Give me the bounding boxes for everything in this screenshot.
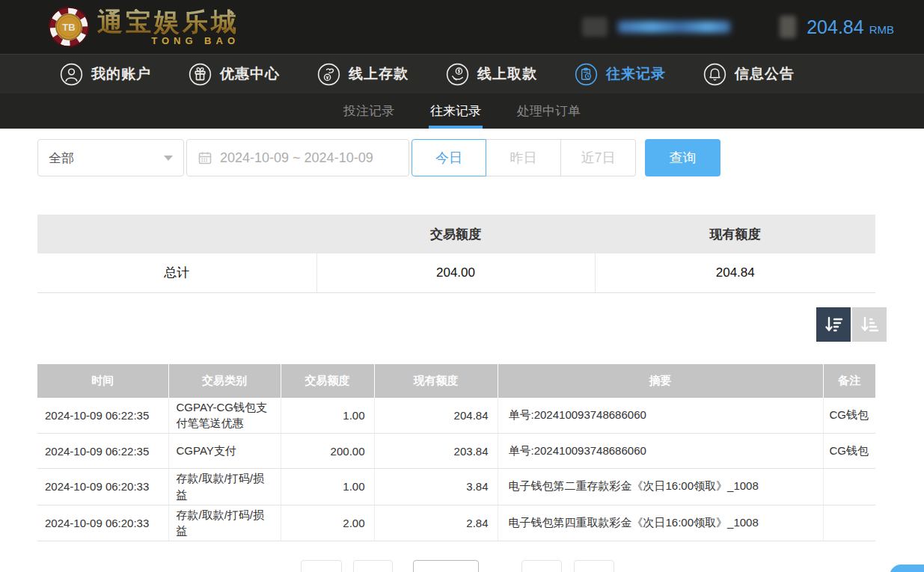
sub-tab-bar: 投注记录 往来记录 处理中订单 [0,93,924,129]
cell-note [823,469,875,505]
username-redacted[interactable] [618,21,730,33]
date-range-value: 2024-10-09 ~ 2024-10-09 [220,150,373,166]
cell-balance: 2.84 [374,505,498,541]
balance-currency: RMB [869,23,894,36]
cell-summary: 单号:202410093748686060 [498,398,823,434]
pagination-next-button[interactable] [521,560,562,572]
sort-controls [37,307,887,342]
summary-header-empty [37,215,316,253]
cell-time: 2024-10-09 06:20:33 [37,469,168,505]
brand-text: 通宝娱乐城 TONG BAO [97,9,239,46]
topbar-user-area: 204.84 RMB [582,16,894,38]
col-header-summary: 摘要 [498,364,823,398]
cell-type: CGPAY-CG钱包支付笔笔送优惠 [168,398,281,434]
sort-descending-icon [823,314,844,335]
nav-item-deposit[interactable]: 线上存款 [317,63,409,86]
user-icon [60,63,83,86]
balance-display[interactable]: 204.84 RMB [807,16,894,38]
date-range-input[interactable]: 2024-10-09 ~ 2024-10-09 [186,139,409,176]
pagination-first-button[interactable] [301,560,342,572]
summary-header-balance: 现有额度 [595,215,875,253]
cell-balance: 204.84 [374,398,498,434]
calendar-icon [198,150,212,165]
nav-label: 线上存款 [349,64,409,84]
nav-item-my-account[interactable]: 我的账户 [60,63,151,86]
nav-label: 优惠中心 [220,64,280,84]
sort-descending-button[interactable] [816,307,851,342]
nav-item-promotions[interactable]: 优惠中心 [189,63,280,86]
filter-bar: 全部 2024-10-09 ~ 2024-10-09 今日 昨日 [37,139,887,176]
sort-ascending-icon [859,314,880,335]
button-label: 今日 [435,149,462,167]
nav-item-withdraw[interactable]: 线上取款 [446,63,537,86]
pagination-prev-button[interactable] [353,560,393,572]
nav-item-records[interactable]: 往来记录 [575,63,666,86]
tab-transaction-records[interactable]: 往来记录 [429,93,483,129]
nav-label: 往来记录 [606,64,666,84]
pagination-page-select[interactable] [413,560,479,572]
query-button[interactable]: 查询 [645,139,720,176]
yesterday-button[interactable]: 昨日 [486,139,561,176]
cell-summary: 电子钱包第二重存款彩金《次日16:00领取》_1008 [498,469,823,505]
category-selected-value: 全部 [49,150,74,167]
summary-total-label: 总计 [37,253,316,292]
summary-total-row: 总计 204.00 204.84 [37,253,875,292]
today-button[interactable]: 今日 [411,139,486,176]
top-bar: TB 通宝娱乐城 TONG BAO 204.84 RMB [0,0,924,54]
poker-chip-icon: TB [48,6,90,48]
button-label: 昨日 [510,149,537,167]
brand-logo[interactable]: TB 通宝娱乐城 TONG BAO [48,6,239,48]
deposit-icon [317,63,340,86]
cell-note [823,505,875,541]
tab-processing-orders[interactable]: 处理中订单 [515,93,582,129]
last7days-button[interactable]: 近7日 [561,139,636,176]
floating-widget[interactable] [890,565,924,572]
nav-item-announcements[interactable]: 信息公告 [703,63,795,86]
sort-ascending-button[interactable] [852,307,887,342]
cell-amount: 2.00 [281,505,374,541]
gift-icon [189,63,212,86]
table-row: 2024-10-09 06:22:35 CGPAY支付 200.00 203.8… [37,434,875,469]
records-table: 时间 交易类别 交易额度 现有额度 摘要 备注 2024-10-09 06:22… [37,364,875,542]
chevron-down-icon [164,156,173,161]
brand-name-en: TONG BAO [151,36,239,46]
quick-date-group: 今日 昨日 近7日 [411,139,636,176]
cell-time: 2024-10-09 06:20:33 [37,505,168,541]
cell-amount: 1.00 [281,398,374,434]
wallet-icon [780,16,796,38]
table-row: 2024-10-09 06:20:33 存款/取款/打码/损益 2.00 2.8… [37,505,875,541]
col-header-type: 交易类别 [168,364,281,398]
brand-name-cn: 通宝娱乐城 [97,9,239,34]
summary-trade-total: 204.00 [316,253,595,292]
tab-betting-records[interactable]: 投注记录 [342,93,396,129]
content-area: 全部 2024-10-09 ~ 2024-10-09 今日 昨日 [0,129,924,541]
cell-amount: 200.00 [281,434,374,469]
nav-label: 线上取款 [477,64,537,84]
bell-icon [703,63,726,86]
cell-type: CGPAY支付 [168,434,281,469]
col-header-note: 备注 [823,364,875,398]
cell-amount: 1.00 [281,469,374,505]
category-select[interactable]: 全部 [37,139,184,176]
col-header-balance: 现有额度 [374,364,498,398]
summary-balance-total: 204.84 [595,253,875,292]
main-nav: 我的账户 优惠中心 线上存款 [0,54,924,93]
table-row: 2024-10-09 06:20:33 存款/取款/打码/损益 1.00 3.8… [37,469,875,505]
cell-summary: 电子钱包第四重取款彩金《次日16:00领取》_1008 [498,505,823,541]
cell-note: CG钱包 [823,398,875,434]
user-avatar[interactable] [582,17,608,37]
page: TB 通宝娱乐城 TONG BAO 204.84 RMB 我的账户 [0,0,924,572]
tab-label: 处理中订单 [517,102,581,120]
summary-header-trade: 交易额度 [316,215,595,253]
cell-balance: 203.84 [374,434,498,469]
cell-summary: 单号:202410093748686060 [498,434,823,469]
tab-label: 投注记录 [343,102,394,120]
balance-amount: 204.84 [807,16,863,38]
summary-header-row: 交易额度 现有额度 [37,215,875,253]
summary-table: 交易额度 现有额度 总计 204.00 204.84 [37,215,875,293]
table-row: 2024-10-09 06:22:35 CGPAY-CG钱包支付笔笔送优惠 1.… [37,398,875,434]
records-header-row: 时间 交易类别 交易额度 现有额度 摘要 备注 [37,364,875,398]
col-header-amount: 交易额度 [281,364,374,398]
pagination-last-button[interactable] [574,560,614,572]
svg-text:TB: TB [62,22,75,33]
